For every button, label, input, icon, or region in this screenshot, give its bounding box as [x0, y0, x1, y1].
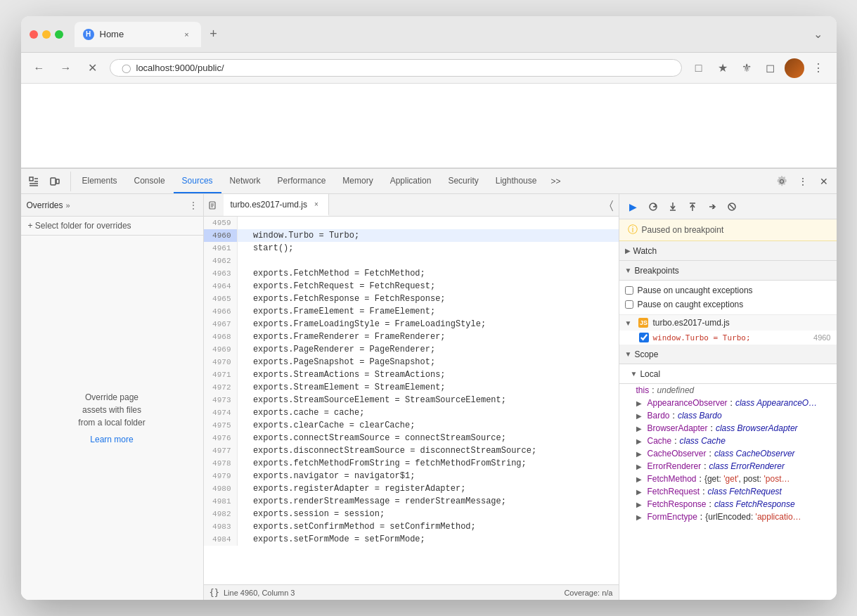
scope-cache[interactable]: ▶ Cache : class Cache [619, 435, 837, 447]
add-folder-label: + Select folder for overrides [28, 221, 131, 231]
breakpoint-file-row[interactable]: ▼ JS turbo.es2017-umd.js [619, 315, 837, 331]
bp-file-icon: JS [638, 318, 648, 328]
watch-section-header[interactable]: ▶ Watch [619, 241, 837, 261]
expand-icon: ▶ [636, 399, 645, 407]
breakpoints-section-header[interactable]: ▼ Breakpoints [619, 261, 837, 281]
back-button[interactable]: ← [30, 58, 49, 78]
browser-tab-home[interactable]: H Home × [75, 22, 201, 47]
expand-icon: ▶ [636, 437, 645, 445]
tab-lighthouse[interactable]: Lighthouse [487, 169, 546, 193]
browser-window: H Home × + ⌄ ← → ✕ ◯ localhost:9000/publ… [21, 16, 837, 600]
devtools-body: Overrides » ⋮ + Select folder for overri… [21, 194, 837, 600]
tab-sources[interactable]: Sources [174, 169, 221, 193]
info-icon: ⓘ [628, 224, 638, 236]
scope-appearance-observer[interactable]: ▶ AppearanceObserver : class AppearanceO… [619, 397, 837, 409]
right-panel-debugger: ▶ [619, 194, 837, 600]
minimize-window-button[interactable] [42, 30, 51, 39]
expand-icon: ▶ [636, 450, 645, 458]
browser-page-content [21, 84, 837, 168]
scope-section-header[interactable]: ▼ Scope [619, 345, 837, 364]
sidebar-icon[interactable]: ◻ [761, 58, 780, 78]
tab-network[interactable]: Network [221, 169, 269, 193]
scope-this-value: undefined [657, 385, 695, 395]
inspect-element-icon[interactable] [24, 172, 44, 191]
title-bar: H Home × + ⌄ [21, 16, 837, 53]
maximize-window-button[interactable] [55, 30, 63, 39]
file-tab-close-button[interactable]: × [311, 200, 321, 210]
breakpoint-file-arrow-icon: ▼ [625, 319, 632, 327]
step-button[interactable] [704, 198, 721, 215]
scope-this-row: this : undefined [619, 384, 837, 397]
more-tabs-button[interactable]: >> [545, 177, 566, 186]
step-into-button[interactable] [664, 198, 681, 215]
tab-memory[interactable]: Memory [334, 169, 381, 193]
scope-local-arrow-icon: ▼ [631, 370, 638, 378]
forward-button[interactable]: → [56, 58, 76, 78]
scope-error-renderer[interactable]: ▶ ErrorRenderer : class ErrorRenderer [619, 460, 837, 473]
step-over-button[interactable] [645, 198, 662, 215]
scope-browser-adapter[interactable]: ▶ BrowserAdapter : class BrowserAdapter [619, 422, 837, 435]
status-left: {} Line 4960, Column 3 [210, 588, 295, 598]
tab-application[interactable]: Application [382, 169, 440, 193]
scope-local-header[interactable]: ▼ Local [619, 364, 837, 384]
screenshot-icon[interactable]: □ [689, 58, 709, 78]
settings-icon[interactable] [772, 172, 792, 191]
tab-close-button[interactable]: × [181, 29, 193, 40]
devtools-tabs: Elements Console Sources Network Perform… [74, 169, 772, 193]
pretty-print-button[interactable]: {} [210, 588, 219, 598]
scope-fetch-request[interactable]: ▶ FetchRequest : class FetchRequest [619, 485, 837, 498]
step-out-button[interactable] [684, 198, 701, 215]
code-line-4979: 4979 exports.navigator = navigator$1; [204, 470, 619, 482]
scope-cache-observer[interactable]: ▶ CacheObserver : class CacheObserver [619, 447, 837, 460]
pause-caught-label: Pause on caught exceptions [638, 300, 744, 309]
code-area[interactable]: 4959 4960 window.Turbo = Turbo; 4961 sta… [204, 217, 619, 584]
chevron-down-icon[interactable]: ⌄ [808, 25, 828, 44]
new-tab-button[interactable]: + [204, 25, 224, 44]
expand-icon: ▶ [636, 488, 645, 496]
breakpoint-line-checkbox[interactable] [639, 333, 649, 342]
tab-elements[interactable]: Elements [74, 169, 126, 193]
navigator-icon[interactable] [204, 194, 224, 216]
scope-bardo[interactable]: ▶ Bardo : class Bardo [619, 409, 837, 422]
scope-fetch-response[interactable]: ▶ FetchResponse : class FetchResponse [619, 498, 837, 511]
code-line-4961: 4961 start(); [204, 242, 619, 255]
panel-menu-icon[interactable]: ⋮ [189, 200, 198, 210]
deactivate-breakpoints-button[interactable] [723, 198, 740, 215]
code-line-4967: 4967 exports.FrameLoadingStyle = FrameLo… [204, 318, 619, 331]
scope-this-key: this [636, 385, 650, 395]
tab-console[interactable]: Console [126, 169, 174, 193]
scope-section-label: Scope [634, 349, 658, 359]
user-avatar[interactable] [785, 58, 804, 78]
code-line-4965: 4965 exports.FetchResponse = FetchRespon… [204, 293, 619, 305]
tab-bar: H Home × + [75, 22, 803, 47]
add-folder-button[interactable]: + Select folder for overrides [21, 217, 203, 236]
pause-caught-row: Pause on caught exceptions [625, 297, 831, 312]
panel-more-button[interactable]: » [66, 201, 70, 210]
code-line-4973: 4973 exports.StreamSourceElement = Strea… [204, 394, 619, 406]
learn-more-link[interactable]: Learn more [90, 435, 133, 444]
close-window-button[interactable] [30, 30, 38, 39]
reload-button[interactable]: ✕ [83, 58, 103, 78]
tab-performance[interactable]: Performance [269, 169, 335, 193]
extension-icon[interactable]: ⚜ [737, 58, 756, 78]
pause-uncaught-checkbox[interactable] [625, 286, 633, 295]
device-toolbar-icon[interactable] [45, 172, 65, 191]
tab-security[interactable]: Security [439, 169, 487, 193]
collapse-icon[interactable]: 〈 [604, 194, 619, 216]
code-line-4984: 4984 exports.setFormMode = setFormMode; [204, 533, 619, 546]
svg-rect-0 [30, 177, 33, 181]
bookmark-icon[interactable]: ★ [713, 58, 733, 78]
file-tab-turbo[interactable]: turbo.es2017-umd.js × [224, 194, 329, 216]
address-input[interactable]: ◯ localhost:9000/public/ [110, 59, 682, 77]
status-bar: {} Line 4960, Column 3 Coverage: n/a [204, 584, 619, 600]
scope-fetch-method[interactable]: ▶ FetchMethod : {get: 'get', post: 'post… [619, 473, 837, 485]
pause-caught-checkbox[interactable] [625, 300, 633, 309]
more-options-icon[interactable]: ⋮ [793, 172, 813, 191]
resume-button[interactable]: ▶ [625, 198, 642, 215]
close-devtools-icon[interactable]: ✕ [814, 172, 834, 191]
override-empty-state: Override page assets with files from a l… [21, 236, 203, 600]
lock-icon: ◯ [122, 63, 131, 73]
devtools-toolbar: Elements Console Sources Network Perform… [21, 169, 837, 194]
menu-icon[interactable]: ⋮ [808, 58, 828, 78]
scope-form-enctype[interactable]: ▶ FormEnctype : {urlEncoded: 'applicatio… [619, 511, 837, 523]
